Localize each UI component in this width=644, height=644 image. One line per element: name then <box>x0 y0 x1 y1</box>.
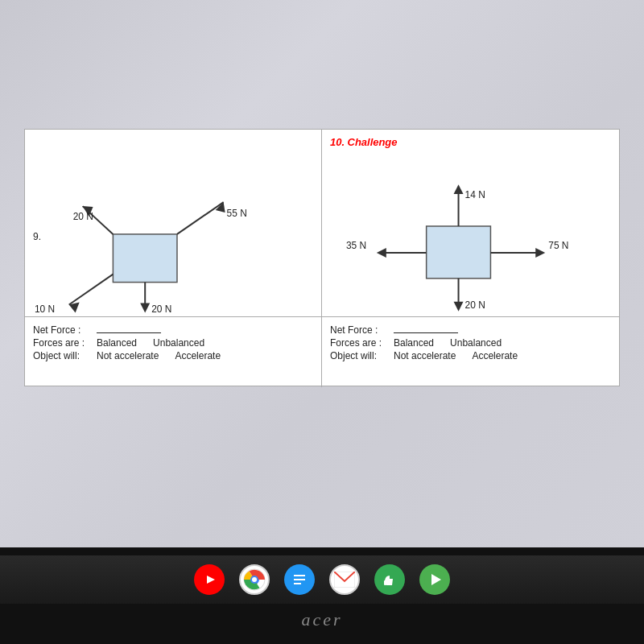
force-label-75n: 75 N <box>548 240 568 251</box>
net-force-line-right <box>394 322 458 333</box>
arrowhead-up-14 <box>454 184 464 194</box>
arrowhead-right-75 <box>535 248 545 258</box>
youtube-svg <box>200 573 218 586</box>
thumbsup-svg <box>379 569 400 590</box>
forces-are-row-left: Forces are : Balanced Unbalanced <box>33 337 313 349</box>
forces-are-label-left: Forces are : <box>33 337 93 349</box>
arrow-downleft <box>69 275 114 305</box>
svg-rect-12 <box>384 580 386 585</box>
accelerate-option-left: Accelerate <box>175 350 221 361</box>
object-will-row-right: Object will: Not accelerate Accelerate <box>330 350 611 361</box>
challenge-label: 10. Challenge <box>330 136 398 148</box>
force-label-20n-top: 20 N <box>73 211 93 222</box>
net-force-label-left: Net Force : <box>33 324 93 336</box>
not-accelerate-option-right: Not accelerate <box>394 350 456 361</box>
gmail-svg <box>334 572 355 588</box>
net-force-line-left <box>97 322 161 333</box>
object-will-row-left: Object will: Not accelerate Accelerate <box>33 350 313 361</box>
arrowhead-down <box>140 303 150 312</box>
forces-are-row-right: Forces are : Balanced Unbalanced <box>330 337 611 349</box>
forces-are-label-right: Forces are : <box>330 337 390 349</box>
answer-area-right: Net Force : Forces are : Balanced Unbala… <box>322 316 619 387</box>
play-svg <box>424 569 445 590</box>
thumbsup-icon[interactable] <box>374 564 405 595</box>
forces-options-right: Balanced Unbalanced <box>394 337 502 349</box>
svg-rect-9 <box>294 583 301 584</box>
force-label-20n-bot: 20 N <box>151 303 171 315</box>
taskbar: acer <box>0 547 644 644</box>
left-panel: 20 N 55 N 20 N 10 N 9. Net Force : Force… <box>25 130 322 387</box>
not-accelerate-option-left: Not accelerate <box>97 350 159 361</box>
object-options-right: Not accelerate Accelerate <box>394 350 518 361</box>
object-will-label-left: Object will: <box>33 350 93 361</box>
unbalanced-option-left: Unbalanced <box>153 337 204 349</box>
unbalanced-option-right: Unbalanced <box>450 337 502 349</box>
problem10-diagram: 10. Challenge 14 N <box>322 130 619 316</box>
forces-options-left: Balanced Unbalanced <box>97 337 204 349</box>
worksheet: 20 N 55 N 20 N 10 N 9. Net Force : Force… <box>24 129 620 386</box>
files-svg <box>291 569 308 590</box>
object-will-label-right: Object will: <box>330 350 390 361</box>
balanced-option-right: Balanced <box>394 337 434 349</box>
answer-area-left: Net Force : Forces are : Balanced Unbala… <box>25 316 321 387</box>
play-icon[interactable] <box>419 564 450 595</box>
taskbar-icons-row <box>0 555 644 604</box>
problem10-box <box>427 226 491 279</box>
problem9-number: 9. <box>33 231 41 242</box>
balanced-option-left: Balanced <box>97 337 137 349</box>
arrowhead-left-35 <box>377 248 386 258</box>
net-force-label-right: Net Force : <box>330 324 390 336</box>
svg-point-5 <box>252 577 257 582</box>
arrow-upright <box>177 202 224 234</box>
screen-background: 20 N 55 N 20 N 10 N 9. Net Force : Force… <box>0 0 644 547</box>
accelerate-option-right: Accelerate <box>472 350 518 361</box>
force-label-20n: 20 N <box>465 299 485 311</box>
right-panel: 10. Challenge 14 N <box>322 130 619 387</box>
gmail-icon[interactable] <box>329 564 360 595</box>
force-label-35n: 35 N <box>346 240 366 251</box>
acer-brand-label: acer <box>0 604 644 636</box>
problem10-svg: 10. Challenge 14 N <box>322 130 619 316</box>
arrowhead-down-20 <box>454 302 464 312</box>
force-label-55n: 55 N <box>227 208 247 219</box>
problem9-diagram: 20 N 55 N 20 N 10 N 9. <box>25 130 321 316</box>
object-options-left: Not accelerate Accelerate <box>97 350 221 361</box>
chrome-icon[interactable] <box>239 564 270 595</box>
svg-rect-8 <box>294 579 305 580</box>
force-label-14n: 14 N <box>465 189 485 200</box>
chrome-svg <box>243 568 266 591</box>
problem9-svg: 20 N 55 N 20 N 10 N <box>25 130 321 316</box>
net-force-row-left: Net Force : <box>33 322 313 336</box>
net-force-row-right: Net Force : <box>330 322 611 336</box>
force-label-10n: 10 N <box>35 303 55 315</box>
files-icon[interactable] <box>284 564 315 595</box>
svg-rect-7 <box>294 575 305 576</box>
problem9-box <box>113 234 177 283</box>
youtube-icon[interactable] <box>194 564 225 595</box>
